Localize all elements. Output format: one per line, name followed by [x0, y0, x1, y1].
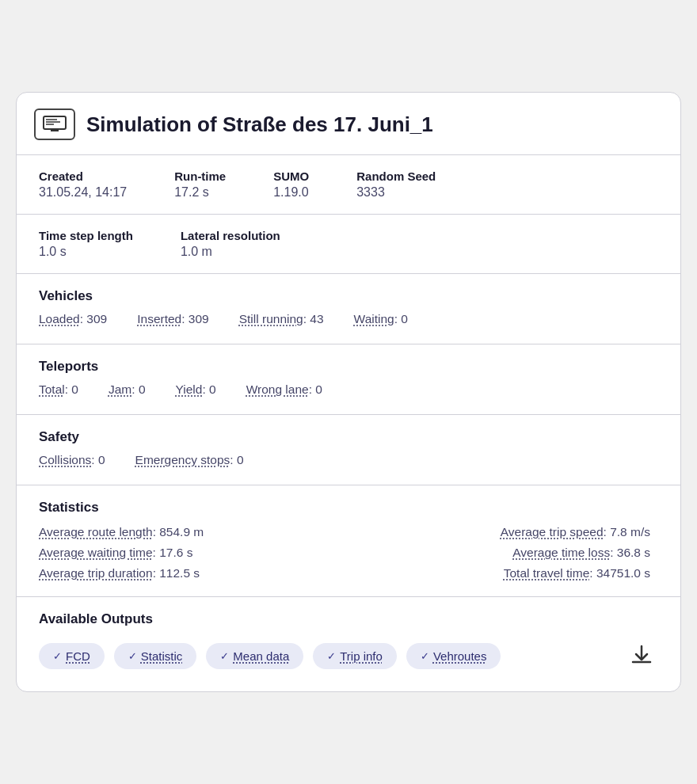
output-chip[interactable]: ✓FCD [39, 643, 105, 669]
meta-row: Created 31.05.24, 14:17 Run-time 17.2 s … [39, 169, 658, 200]
teleport-item: Total: 0 [39, 382, 78, 397]
sumo-label: SUMO [273, 169, 309, 183]
safety-item: Collisions: 0 [39, 453, 105, 467]
statistics-title: Statistics [39, 500, 658, 516]
chip-label: Mean data [233, 649, 289, 663]
vehicle-item: Still running: 43 [239, 312, 324, 326]
safety-section: Safety Collisions: 0Emergency stops: 0 [17, 415, 680, 485]
seed-label: Random Seed [356, 169, 436, 183]
timestep-label: Time step length [39, 229, 133, 242]
lateral-value: 1.0 m [181, 245, 280, 259]
created-item: Created 31.05.24, 14:17 [39, 169, 127, 200]
chip-label: FCD [66, 649, 90, 663]
vehicles-section: Vehicles Loaded: 309Inserted: 309Still r… [17, 274, 680, 344]
teleports-title: Teleports [39, 359, 658, 375]
lateral-label: Lateral resolution [181, 229, 280, 242]
stats-item-left: Average trip duration: 112.5 s [39, 565, 348, 582]
stats-item-right: Average time loss: 36.8 s [348, 544, 658, 561]
checkmark-icon: ✓ [421, 650, 429, 662]
svg-rect-0 [44, 116, 66, 129]
teleports-row: Total: 0Jam: 0Yield: 0Wrong lane: 0 [39, 382, 658, 400]
seed-value: 3333 [356, 185, 436, 200]
safety-row: Collisions: 0Emergency stops: 0 [39, 453, 658, 470]
stats-item-left: Average waiting time: 17.6 s [39, 544, 348, 561]
stats-item-left: Average route length: 854.9 m [39, 523, 348, 541]
teleport-item: Jam: 0 [109, 382, 146, 397]
stats-item-right: Average trip speed: 7.8 m/s [348, 523, 658, 541]
output-chip[interactable]: ✓Statistic [114, 643, 197, 669]
vehicle-item: Waiting: 0 [354, 312, 408, 326]
safety-item: Emergency stops: 0 [135, 453, 244, 467]
chip-label: Vehroutes [433, 649, 487, 663]
checkmark-icon: ✓ [53, 650, 62, 662]
runtime-item: Run-time 17.2 s [174, 169, 226, 200]
simulation-card: Simulation of Straße des 17. Juni_1 Crea… [16, 92, 681, 692]
download-icon [630, 643, 653, 667]
outputs-title: Available Outputs [39, 611, 658, 627]
output-chip[interactable]: ✓Trip info [313, 643, 397, 669]
timestep-value: 1.0 s [39, 245, 133, 259]
created-label: Created [39, 169, 127, 183]
params-row: Time step length 1.0 s Lateral resolutio… [39, 229, 658, 259]
statistics-section: Statistics Average route length: 854.9 m… [17, 485, 680, 597]
checkmark-icon: ✓ [327, 650, 336, 662]
checkmark-icon: ✓ [128, 650, 137, 662]
vehicle-item: Loaded: 309 [39, 312, 107, 326]
seed-item: Random Seed 3333 [356, 169, 436, 200]
meta-section: Created 31.05.24, 14:17 Run-time 17.2 s … [17, 155, 680, 215]
vehicles-row: Loaded: 309Inserted: 309Still running: 4… [39, 312, 658, 329]
outputs-section: Available Outputs ✓FCD✓Statistic✓Mean da… [17, 597, 680, 691]
vehicles-title: Vehicles [39, 288, 658, 304]
card-header: Simulation of Straße des 17. Juni_1 [17, 93, 680, 155]
statistics-grid: Average route length: 854.9 mAverage tri… [39, 523, 658, 582]
chip-label: Trip info [340, 649, 383, 663]
teleport-item: Yield: 0 [176, 382, 216, 397]
sumo-item: SUMO 1.19.0 [273, 169, 309, 200]
runtime-value: 17.2 s [174, 185, 226, 200]
sumo-value: 1.19.0 [273, 185, 309, 200]
page-title: Simulation of Straße des 17. Juni_1 [86, 112, 433, 137]
teleport-item: Wrong lane: 0 [246, 382, 322, 397]
timestep-item: Time step length 1.0 s [39, 229, 133, 259]
checkmark-icon: ✓ [220, 650, 229, 662]
vehicle-item: Inserted: 309 [137, 312, 209, 326]
outputs-row: ✓FCD✓Statistic✓Mean data✓Trip info✓Vehro… [39, 638, 658, 674]
monitor-icon [34, 108, 75, 140]
output-chip[interactable]: ✓Mean data [206, 643, 303, 669]
output-chip[interactable]: ✓Vehroutes [406, 643, 501, 669]
runtime-label: Run-time [174, 169, 226, 183]
params-section: Time step length 1.0 s Lateral resolutio… [17, 215, 680, 274]
created-value: 31.05.24, 14:17 [39, 185, 127, 200]
download-button[interactable] [625, 638, 658, 674]
stats-item-right: Total travel time: 34751.0 s [348, 565, 658, 582]
teleports-section: Teleports Total: 0Jam: 0Yield: 0Wrong la… [17, 344, 680, 415]
chip-label: Statistic [141, 649, 183, 663]
lateral-item: Lateral resolution 1.0 m [181, 229, 280, 259]
safety-title: Safety [39, 429, 658, 445]
